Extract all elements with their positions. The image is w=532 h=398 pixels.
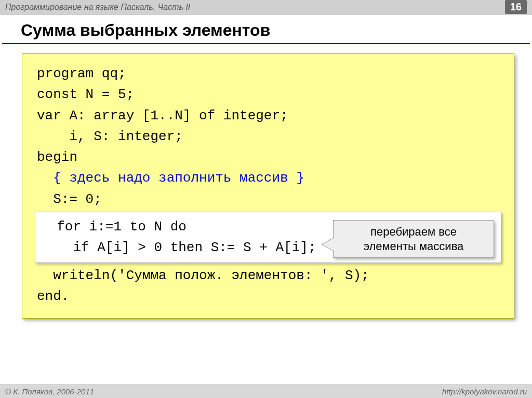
callout-box: перебираем все элементы массива <box>333 220 494 258</box>
code-line: i, S: integer; <box>37 126 499 147</box>
code-line: S:= 0; <box>37 189 499 210</box>
header-title: Программирование на языке Паскаль. Часть… <box>5 3 190 12</box>
code-line: program qq; <box>37 63 499 84</box>
code-line: end. <box>37 286 499 307</box>
footer-copyright: © К. Поляков, 2006-2011 <box>5 387 94 396</box>
footer-bar: © К. Поляков, 2006-2011 http://kpolyakov… <box>0 385 532 398</box>
callout-tail-icon <box>322 238 334 251</box>
page-number: 16 <box>505 0 527 14</box>
code-line: var A: array [1..N] of integer; <box>37 105 499 126</box>
code-line: const N = 5; <box>37 84 499 105</box>
header-bar: Программирование на языке Паскаль. Часть… <box>0 0 532 15</box>
callout-text: элементы массива <box>339 239 488 254</box>
callout-text: перебираем все <box>339 225 488 239</box>
code-comment: { здесь надо заполнить массив } <box>37 168 499 188</box>
code-line: begin <box>37 147 499 168</box>
footer-url: http://kpolyakov.narod.ru <box>442 387 527 396</box>
code-line: writeln('Сумма полож. элементов: ', S); <box>37 265 499 286</box>
code-box: program qq; const N = 5; var A: array [1… <box>22 53 514 319</box>
slide-title: Сумма выбранных элементов <box>2 15 530 44</box>
